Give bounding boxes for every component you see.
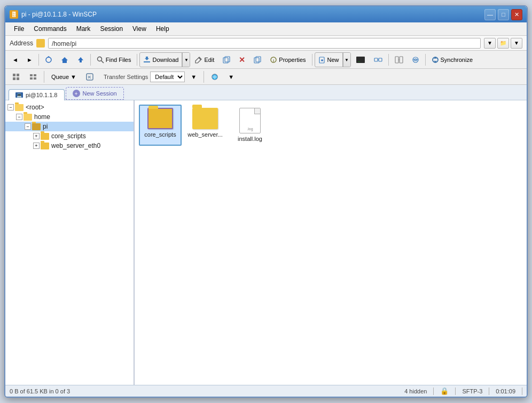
file-item-core-scripts[interactable]: core_scripts	[139, 105, 182, 146]
find-files-button[interactable]: Find Files	[93, 53, 135, 67]
svg-rect-38	[34, 77, 36, 80]
svg-point-2	[46, 57, 51, 62]
main-content: − <root> − home −	[5, 100, 527, 385]
properties-button[interactable]: i Properties	[266, 53, 309, 67]
home-button[interactable]	[57, 53, 72, 67]
menu-file[interactable]: File	[10, 24, 28, 34]
synchronize-button[interactable]: Synchronize	[428, 53, 477, 67]
tree-expander-pi[interactable]: −	[25, 123, 31, 130]
view-list-button[interactable]	[26, 70, 41, 84]
status-divider3	[489, 388, 489, 395]
address-filter-btn[interactable]: ▼	[511, 38, 522, 49]
address-label: Address	[10, 39, 33, 47]
link-icon	[374, 56, 382, 64]
keepup-icon: K	[86, 73, 93, 81]
app-icon: 🗄	[10, 10, 18, 19]
status-size-info: 0 B of 61.5 KB in 0 of 3	[10, 388, 404, 394]
tree-item-core-scripts[interactable]: + core_scripts	[5, 131, 134, 141]
tree-item-home[interactable]: − home	[5, 112, 134, 122]
search-icon	[97, 56, 104, 64]
terminal-button[interactable]: _	[352, 53, 369, 67]
tree-folder-core-scripts	[41, 133, 49, 140]
minimize-button[interactable]: —	[484, 9, 496, 20]
forward-button[interactable]: ►	[23, 53, 36, 67]
queue-label: Queue ▼	[51, 74, 76, 80]
tab-session1[interactable]: 💻 pi@10.1.1.8	[9, 89, 65, 100]
file-panel: core_scripts web_server... .log install.…	[135, 100, 527, 385]
svg-text:🌐: 🌐	[212, 74, 217, 80]
transfer-settings-select[interactable]: Default	[150, 72, 185, 82]
main-toolbar: ◄ ► Find Files	[5, 51, 527, 69]
menu-session[interactable]: Session	[96, 24, 127, 34]
link-button[interactable]	[370, 53, 386, 67]
svg-point-5	[97, 57, 101, 61]
close-button[interactable]: ✕	[511, 9, 522, 20]
transfer-options-button[interactable]: ▼	[187, 70, 200, 84]
tree-label-home: home	[34, 113, 50, 121]
download-button[interactable]: Download	[140, 53, 182, 67]
edit-icon	[195, 56, 202, 64]
properties-icon: i	[270, 56, 277, 64]
tree-expander-root[interactable]: −	[7, 104, 14, 110]
tree-expander-core-scripts[interactable]: +	[33, 133, 40, 139]
file-item-install-log[interactable]: .log install.log	[229, 105, 271, 146]
menu-commands[interactable]: Commands	[29, 24, 71, 34]
address-dropdown-btn[interactable]: ▼	[484, 38, 496, 49]
address-actions: ▼ 📁 ▼	[484, 38, 522, 49]
address-path[interactable]: /home/pi	[48, 38, 481, 49]
toolbar-sep5	[388, 54, 389, 66]
up-button[interactable]	[73, 53, 88, 67]
status-divider1	[433, 388, 434, 395]
new-dropdown[interactable]: ▼	[343, 53, 350, 67]
address-browse-btn[interactable]: 📁	[497, 38, 509, 49]
copy-icon	[223, 56, 230, 64]
edit-button[interactable]: Edit	[191, 53, 218, 67]
download-icon	[143, 56, 151, 64]
terminal-icon: _	[356, 56, 365, 64]
options-button[interactable]: ▼	[224, 70, 238, 84]
svg-rect-31	[13, 74, 15, 76]
copy-button[interactable]	[219, 53, 234, 67]
svg-text:K: K	[88, 75, 91, 80]
menu-view[interactable]: View	[128, 24, 151, 34]
download-group: Download ▼	[139, 52, 190, 67]
svg-rect-7	[144, 61, 150, 62]
delete-button[interactable]: ✕	[235, 53, 249, 67]
view-icons-button[interactable]	[9, 70, 24, 84]
tree-item-root[interactable]: − <root>	[5, 102, 134, 112]
tree-label-root: <root>	[26, 104, 44, 111]
properties-label: Properties	[279, 57, 306, 63]
keepup-button[interactable]: K	[82, 70, 97, 84]
paste-button[interactable]	[250, 53, 265, 67]
svg-rect-37	[30, 77, 33, 80]
tree-item-web-server[interactable]: + web_server_eth0	[5, 141, 134, 151]
queue-button[interactable]: Queue ▼	[48, 70, 80, 84]
web-server-name: web_server...	[187, 131, 222, 138]
tree-expander-web-server[interactable]: +	[33, 143, 40, 149]
svg-rect-1	[37, 41, 40, 43]
new-button[interactable]: New	[315, 53, 343, 67]
svg-rect-23	[379, 58, 382, 61]
address-folder-icon	[36, 39, 45, 48]
sync-local-button[interactable]	[391, 53, 407, 67]
menu-help[interactable]: Help	[152, 24, 174, 34]
tab-new-session[interactable]: + New Session	[66, 87, 124, 100]
tree-expander-home[interactable]: −	[16, 114, 22, 120]
view-icons-icon	[12, 73, 20, 81]
address-bar: Address /home/pi ▼ 📁 ▼	[5, 36, 527, 51]
file-item-web-server[interactable]: web_server...	[184, 105, 226, 146]
download-dropdown[interactable]: ▼	[182, 53, 190, 67]
maximize-button[interactable]: □	[498, 9, 509, 20]
tabs-bar: 💻 pi@10.1.1.8 + New Session	[5, 85, 527, 100]
refresh-button[interactable]	[41, 53, 56, 67]
tree-folder-pi	[32, 123, 41, 130]
tab-new-icon: +	[73, 90, 80, 97]
keepup-button2[interactable]: 🌐	[207, 70, 222, 84]
svg-rect-22	[374, 58, 378, 61]
menu-mark[interactable]: Mark	[72, 24, 95, 34]
tree-item-pi[interactable]: − pi	[5, 122, 134, 131]
sync-remote-button[interactable]	[408, 53, 423, 67]
svg-rect-25	[395, 57, 398, 63]
back-button[interactable]: ◄	[9, 53, 22, 67]
find-files-label: Find Files	[106, 57, 131, 63]
